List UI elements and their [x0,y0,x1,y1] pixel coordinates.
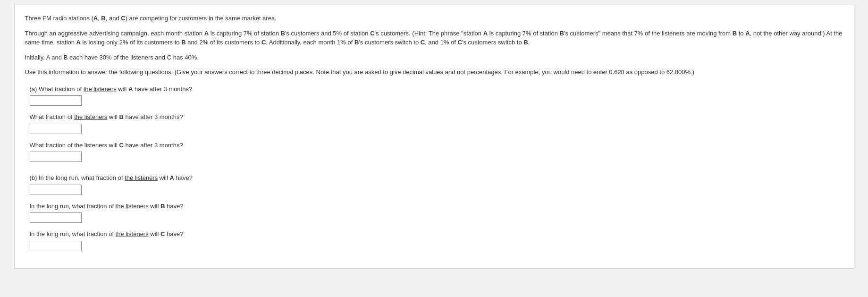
questions-section: (a) What fraction of the listeners will … [25,85,843,251]
answer-input-a2[interactable] [30,124,82,134]
station-c-label-6: C [167,54,171,61]
station-b-label-5: B [181,39,185,46]
station-b-label-3: B [560,30,564,37]
answer-input-b1[interactable] [30,185,82,195]
intro-paragraph-2: Through an aggressive advertising campai… [25,29,843,47]
question-group-a3: What fraction of the listeners will C ha… [30,141,843,162]
station-b-label-1: B [101,15,105,22]
station-b-q5: B [160,203,165,210]
question-label-b2: In the long run, what fraction of the li… [30,202,843,211]
question-label-b3: In the long run, what fraction of the li… [30,229,843,239]
main-card: Three FM radio stations (A, B, and C) ar… [14,5,854,269]
initially-line: Initially, A and B each have 30% of the … [25,53,843,62]
question-label-a1: (a) What fraction of the listeners will … [30,85,843,94]
page-container: Three FM radio stations (A, B, and C) ar… [0,0,868,297]
station-a-label-4: A [745,30,750,37]
question-label-b1: (b) In the long run, what fraction of th… [30,173,843,183]
use-info-line: Use this information to answer the follo… [25,68,843,77]
answer-input-b2[interactable] [30,212,82,223]
question-label-a2: What fraction of the listeners will B ha… [30,112,843,122]
station-c-label-5: C [458,39,462,46]
station-c-label-4: C [421,39,425,46]
station-a-label-3: A [483,30,488,37]
question-group-b1: (b) In the long run, what fraction of th… [30,173,843,195]
station-c-label-2: C [370,30,374,37]
station-b-label-7: B [523,39,528,46]
question-group-b2: In the long run, what fraction of the li… [30,202,843,223]
station-a-label-5: A [76,39,81,46]
station-c-label-1: C [121,15,125,22]
station-b-q2: B [119,113,124,120]
answer-input-b3[interactable] [30,241,82,251]
intro-paragraph-1: Three FM radio stations (A, B, and C) ar… [25,14,843,23]
station-b-label-2: B [281,30,285,37]
station-b-label-8: B [64,54,68,61]
station-c-label-3: C [261,39,266,46]
station-b-label-4: B [733,30,737,37]
station-a-label-2: A [204,30,209,37]
station-c-q3: C [119,142,124,149]
part-a-label: (a) What fraction of the listeners will … [30,85,193,93]
question-group-b3: In the long run, what fraction of the li… [30,229,843,251]
station-a-label-1: A [93,15,98,22]
question-group-a1: (a) What fraction of the listeners will … [30,85,843,106]
station-c-q6: C [160,230,165,238]
answer-input-a3[interactable] [30,152,82,162]
part-b-label: (b) In the long run, what fraction of th… [30,174,193,181]
answer-input-a1[interactable] [30,95,82,106]
section-spacer [30,169,843,173]
question-group-a2: What fraction of the listeners will B ha… [30,112,843,134]
station-b-label-6: B [354,39,359,46]
question-label-a3: What fraction of the listeners will C ha… [30,141,843,150]
station-a-label-6: A [46,54,50,61]
